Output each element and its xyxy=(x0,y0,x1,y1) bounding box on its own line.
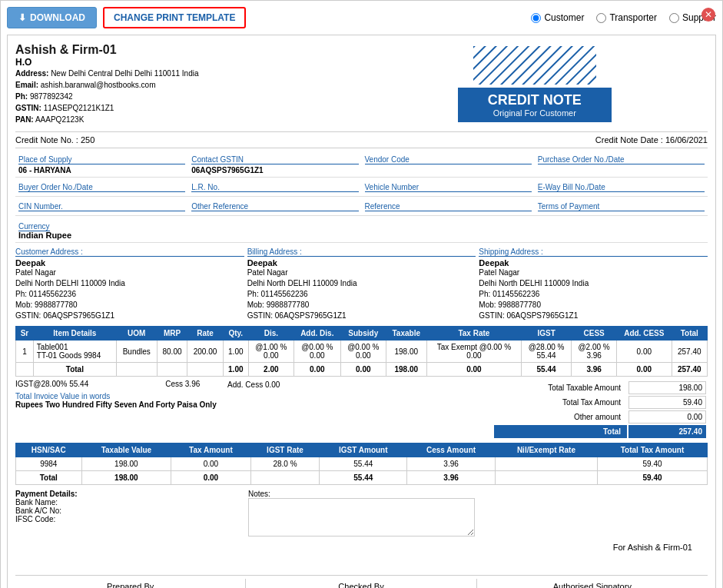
col-subsidy: Subsidy xyxy=(340,327,386,341)
download-button[interactable]: ⬇ DOWNLOAD xyxy=(7,7,97,28)
items-total-row: Total 1.00 2.00 0.00 0.00 198.00 0.00 55… xyxy=(16,363,708,377)
credit-note-box: CREDIT NOTE Original For Customer xyxy=(458,88,612,122)
hsn-total-row: Total 198.00 0.00 55.44 3.96 59.40 xyxy=(16,471,708,485)
ph-label: Ph: xyxy=(15,92,28,101)
company-name: Ashish & Firm-01 xyxy=(15,43,362,57)
credit-note-sub: Original For Customer xyxy=(473,108,596,118)
summary-section: IGST@28.00% 55.44 Cess 3.96 Add. Cess 0.… xyxy=(15,380,708,440)
billing-address-block: Billing Address : Deepak Patel Nagar Del… xyxy=(247,247,476,321)
hsn-table: HSN/SAC Taxable Value Tax Amount IGST Ra… xyxy=(15,443,708,485)
company-info: Ashish & Firm-01 H.O Address: New Delhi … xyxy=(15,43,362,125)
other-ref-field: Other Reference xyxy=(188,200,361,216)
totals-table: Total Taxable Amount 198.00 Total Tax Am… xyxy=(493,380,708,440)
col-taxable: Taxable xyxy=(386,327,426,341)
fields-row-3: CIN Number. Other Reference Reference Te… xyxy=(15,200,708,216)
hsn-col-igst-rate: IGST Rate xyxy=(250,443,320,457)
footer-checked-by: Checked By xyxy=(246,579,476,588)
fields-row-1: Place of Supply 06 - HARYANA Contact GST… xyxy=(15,153,708,178)
col-mrp: MRP xyxy=(157,327,187,341)
svg-rect-1 xyxy=(473,46,596,85)
terms-field: Terms of Payment xyxy=(535,200,708,216)
email-label: Email: xyxy=(15,81,38,89)
address-section: Customer Address : Deepak Patel Nagar De… xyxy=(15,247,708,321)
currency-value: Indian Rupee xyxy=(18,231,71,240)
reference-field: Reference xyxy=(362,200,535,216)
pan-label: PAN: xyxy=(15,115,34,124)
col-add-cess: Add. CESS xyxy=(617,327,672,341)
vendor-code-field: Vendor Code xyxy=(362,153,535,178)
company-ph: 9877892342 xyxy=(30,92,73,101)
words-section: Total Invoice Value in words Rupees Two … xyxy=(15,392,493,409)
hsn-row: 9984 198.00 0.00 28.0 % 55.44 3.96 59.40 xyxy=(16,457,708,471)
cin-field: CIN Number. xyxy=(15,200,188,216)
hsn-col-tax-amt: Tax Amount xyxy=(171,443,250,457)
gstin-label: GSTIN: xyxy=(15,104,41,112)
company-address: New Delhi Central Delhi Delhi 110011 Ind… xyxy=(51,69,198,78)
company-email: ashish.baranwal@hostbooks.com xyxy=(41,81,156,89)
address-label: Address: xyxy=(15,69,48,78)
table-row: 1 Table001TT-01 Goods 9984 Bundles 80.00… xyxy=(16,341,708,363)
company-details: Address: New Delhi Central Delhi Delhi 1… xyxy=(15,68,362,125)
col-uom: UOM xyxy=(116,327,157,341)
totals-section: Total Taxable Amount 198.00 Total Tax Am… xyxy=(493,380,708,440)
note-numbers: Credit Note No. : 250 Credit Note Date :… xyxy=(15,131,708,148)
lr-no-field: L.R. No. xyxy=(188,181,361,197)
footer-section: Prepared By Checked By Authorised Signat… xyxy=(15,575,708,588)
taxable-amount-row: Total Taxable Amount 198.00 xyxy=(494,381,706,394)
toolbar: ⬇ DOWNLOAD CHANGE PRINT TEMPLATE Custome… xyxy=(7,7,716,28)
currency-section: Currency Indian Rupee xyxy=(15,219,708,243)
hsn-col-hsn: HSN/SAC xyxy=(16,443,82,457)
hsn-col-cess: Cess Amount xyxy=(407,443,496,457)
footer-prepared-by: Prepared By xyxy=(15,579,246,588)
notes-box: Notes: xyxy=(248,490,475,538)
contact-gstin-field: Contact GSTIN 06AQSPS7965G1Z1 xyxy=(188,153,361,178)
company-branch: H.O xyxy=(15,57,362,68)
radio-transporter[interactable]: Transporter xyxy=(596,12,657,23)
customer-address-block: Customer Address : Deepak Patel Nagar De… xyxy=(15,247,244,321)
doc-header: Ashish & Firm-01 H.O Address: New Delhi … xyxy=(15,43,708,125)
col-cess: CESS xyxy=(572,327,617,341)
col-add-dis: Add. Dis. xyxy=(294,327,340,341)
items-table: Sr Item Details UOM MRP Rate Qty. Dis. A… xyxy=(15,326,708,377)
col-igst: IGST xyxy=(521,327,571,341)
diagonal-pattern xyxy=(473,46,596,85)
add-cess-summary: Add. Cess 0.00 xyxy=(227,380,493,389)
cess-summary: Cess 3.96 xyxy=(165,380,200,388)
payment-notes-section: Payment Details: Bank Name: Bank A/C No:… xyxy=(15,490,708,538)
summary-left: IGST@28.00% 55.44 Cess 3.96 Add. Cess 0.… xyxy=(15,380,493,440)
place-of-supply-field: Place of Supply 06 - HARYANA xyxy=(15,153,188,178)
eway-field: E-Way Bill No./Date xyxy=(535,181,708,197)
tax-amount-row: Total Tax Amount 59.40 xyxy=(494,396,706,409)
col-total: Total xyxy=(672,327,707,341)
hsn-col-total-tax: Total Tax Amount xyxy=(598,443,708,457)
doc-title-area: CREDIT NOTE Original For Customer xyxy=(362,43,708,125)
download-icon: ⬇ xyxy=(18,12,26,23)
note-number-label: Credit Note No. : 250 xyxy=(15,135,95,145)
radio-customer[interactable]: Customer xyxy=(531,12,584,23)
grand-total-row: Total 257.40 xyxy=(494,425,706,438)
hsn-col-taxable: Taxable Value xyxy=(81,443,171,457)
signature-area: For Ashish & Firm-01 xyxy=(15,543,708,552)
notes-textarea[interactable] xyxy=(248,498,475,537)
shipping-address-block: Shipping Address : Deepak Patel Nagar De… xyxy=(479,247,708,321)
footer-authorised: Authorised Signatory xyxy=(477,579,708,588)
note-date-label: Credit Note Date : 16/06/2021 xyxy=(595,135,708,145)
col-sr: Sr xyxy=(16,327,34,341)
fields-row-2: Buyer Order No./Date L.R. No. Vehicle Nu… xyxy=(15,181,708,197)
credit-note-title: CREDIT NOTE xyxy=(473,92,596,108)
payment-details: Payment Details: Bank Name: Bank A/C No:… xyxy=(15,490,242,538)
spacer xyxy=(481,490,708,538)
igst-summary: IGST@28.00% 55.44 xyxy=(15,380,88,388)
close-button[interactable]: ✕ xyxy=(701,8,715,22)
change-template-button[interactable]: CHANGE PRINT TEMPLATE xyxy=(103,7,246,28)
buyer-order-field: Buyer Order No./Date xyxy=(15,181,188,197)
document-area: ✕ Ashish & Firm-01 H.O Address: New Delh… xyxy=(7,35,716,588)
other-amount-row: Other amount 0.00 xyxy=(494,410,706,424)
print-template-radio-group: Customer Transporter Supplier xyxy=(531,12,716,23)
company-pan: AAAPQ2123K xyxy=(35,115,84,124)
col-item: Item Details xyxy=(33,327,116,341)
col-qty: Qty. xyxy=(223,327,248,341)
hsn-col-nil: Nil/Exempt Rate xyxy=(495,443,597,457)
company-gstin: 11ASEPQ2121K1Z1 xyxy=(44,104,114,112)
col-tax-rate: Tax Rate xyxy=(426,327,521,341)
